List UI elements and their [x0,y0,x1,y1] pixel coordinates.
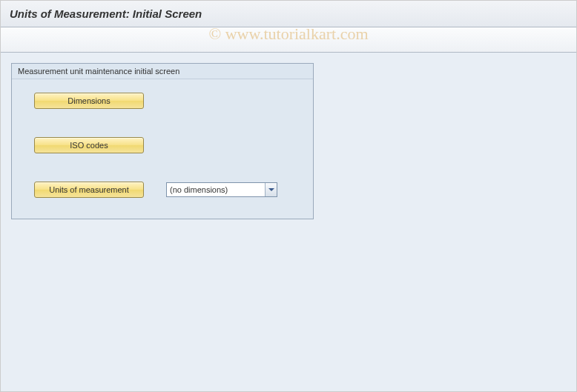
row-iso-codes: ISO codes [34,137,291,153]
dimension-select[interactable]: (no dimensions) [166,182,277,197]
title-bar: Units of Measurement: Initial Screen [1,1,576,27]
page-title: Units of Measurement: Initial Screen [10,7,202,20]
content-area: Measurement unit maintenance initial scr… [1,53,576,230]
groupbox-body: Dimensions ISO codes Units of measuremen… [12,79,313,198]
row-dimensions: Dimensions [34,93,291,109]
units-of-measurement-button[interactable]: Units of measurement [34,182,144,198]
maintenance-groupbox: Measurement unit maintenance initial scr… [11,63,314,219]
groupbox-title: Measurement unit maintenance initial scr… [12,64,313,79]
dimension-select-wrap: (no dimensions) [166,182,277,197]
dimensions-button[interactable]: Dimensions [34,93,144,109]
toolbar-strip [1,27,576,53]
row-units: Units of measurement (no dimensions) [34,182,291,198]
iso-codes-button[interactable]: ISO codes [34,137,144,153]
